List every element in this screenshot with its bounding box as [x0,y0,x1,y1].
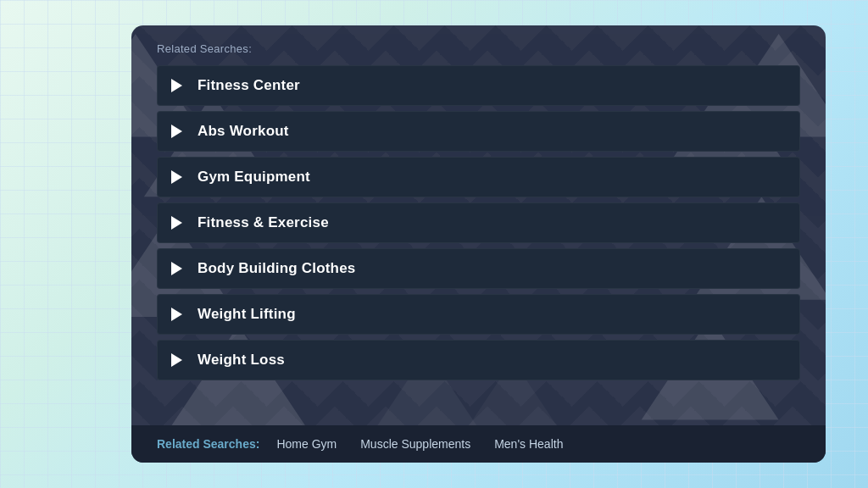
play-icon [171,308,182,321]
main-card: Related Searches: Fitness CenterAbs Work… [131,25,826,463]
related-searches-heading: Related Searches: [157,42,800,55]
play-icon [171,79,182,92]
search-item[interactable]: Fitness Center [157,65,800,106]
search-item-label: Weight Loss [198,352,285,369]
search-item-label: Gym Equipment [198,169,310,186]
play-icon [171,216,182,230]
search-item-label: Weight Lifting [198,306,296,323]
search-item-label: Fitness & Exercise [198,214,329,231]
search-item[interactable]: Abs Workout [157,111,800,152]
footer-related-label: Related Searches: [157,437,259,451]
search-item-label: Fitness Center [198,77,300,94]
content-area: Related Searches: Fitness CenterAbs Work… [131,25,826,425]
search-item[interactable]: Weight Lifting [157,294,800,335]
footer-bar: Related Searches: Home GymMuscle Supplem… [131,425,826,463]
play-icon [171,170,182,184]
footer-link[interactable]: Home Gym [276,437,337,451]
search-item[interactable]: Gym Equipment [157,157,800,197]
search-item-label: Abs Workout [198,123,289,140]
search-item[interactable]: Weight Loss [157,340,800,380]
play-icon [171,125,182,138]
play-icon [171,262,182,275]
footer-link[interactable]: Muscle Supplements [360,437,470,451]
footer-links: Home GymMuscle SupplementsMen's Health [276,437,563,451]
search-item-label: Body Building Clothes [198,260,355,277]
search-list: Fitness CenterAbs WorkoutGym EquipmentFi… [157,65,800,380]
search-item[interactable]: Fitness & Exercise [157,202,800,243]
footer-link[interactable]: Men's Health [494,437,563,451]
play-icon [171,353,182,367]
search-item[interactable]: Body Building Clothes [157,248,800,289]
